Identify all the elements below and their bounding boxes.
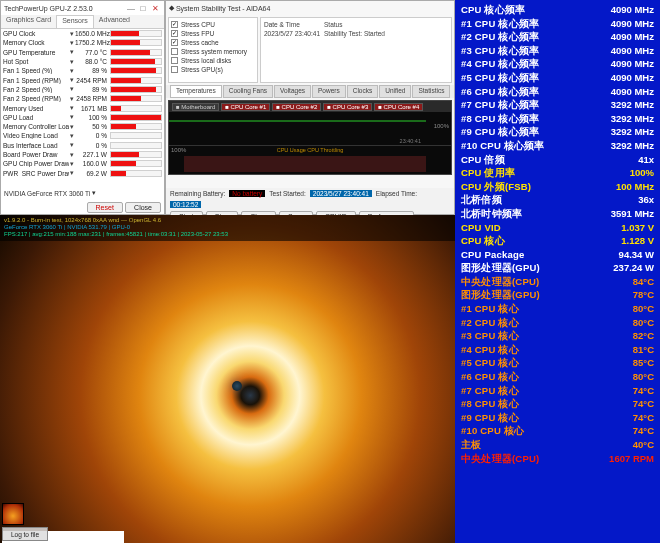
sensor-name: PWR_SRC Power Draw [3,170,69,177]
hw-key: CPU 使用率 [461,166,515,180]
status-value: Stability Test: Started [324,30,385,37]
sensor-value: 1650.0 MHz [75,30,109,37]
sensor-name: Bus Interface Load [3,142,69,149]
hw-value: 3591 MHz [611,207,654,221]
sensor-bar [110,39,162,46]
sensor-row: PWR_SRC Power Draw▾69.2 W [1,168,164,177]
checkbox-icon[interactable] [171,21,178,28]
tab-sensors[interactable]: Sensors [56,15,94,28]
furmark-render: v1.9.2.0 - Burn-in test, 1024x768 0xAA w… [0,215,455,543]
sensor-name: GPU Chip Power Draw [3,160,69,167]
checkbox-icon[interactable] [171,57,178,64]
stress-option[interactable]: Stress local disks [171,56,255,65]
hw-key: 中央处理器(CPU) [461,275,539,289]
stress-option[interactable]: Stress CPU [171,20,255,29]
sensor-value: 88.0 °C [75,58,109,65]
stress-option[interactable]: Stress system memory [171,47,255,56]
aida-titlebar[interactable]: ◆ System Stability Test - AIDA64 [166,1,454,15]
hw-value: 3292 MHz [611,112,654,126]
date-value: 2023/5/27 23:40:41 [264,30,324,37]
gpu-name-select[interactable]: NVIDIA GeForce RTX 3060 Ti ▾ [4,189,161,197]
chart-tab[interactable]: Temperatures [170,85,222,98]
sensor-value: 2454 RPM [75,77,109,84]
checkbox-icon[interactable] [171,48,178,55]
sensor-bar [110,58,162,65]
teststart-value: 2023/5/27 23:40:41 [310,190,372,197]
hw-key: 图形处理器(GPU) [461,288,540,302]
sensor-bar [110,142,162,149]
stress-option[interactable]: Stress cache [171,38,255,47]
furmark-logo-icon [2,503,24,525]
hw-value: 1.128 V [621,234,654,248]
hw-monitor-panel: CPU 核心频率4090 MHz#1 CPU 核心频率4090 MHz#2 CP… [455,0,660,543]
sensor-value: 2458 RPM [75,95,109,102]
tab-advanced[interactable]: Advanced [94,15,135,28]
hw-key: #10 CPU 核心 [461,424,524,438]
minimize-icon[interactable]: — [125,3,137,13]
sensor-value: 227.1 W [75,151,109,158]
sensor-row: Memory Used▾1671 MB [1,103,164,112]
legend-item: ■ CPU Core #1 [221,103,270,111]
hw-row: #2 CPU 核心80°C [461,316,654,330]
hw-key: CPU 核心频率 [461,3,525,17]
hw-value: 74°C [633,411,654,425]
hw-key: #1 CPU 核心 [461,302,519,316]
hw-row: #8 CPU 核心频率3292 MHz [461,112,654,126]
sensor-name: GPU Load [3,114,69,121]
aida-app-icon: ◆ [169,4,174,12]
sensor-value: 0 % [75,132,109,139]
hw-key: 北桥时钟频率 [461,207,522,221]
chart-tab[interactable]: Unified [379,85,411,98]
sensor-bar [110,170,162,177]
hw-key: CPU 外频(FSB) [461,180,531,194]
chart-tab[interactable]: Statistics [412,85,450,98]
chart-tab[interactable]: Voltages [274,85,311,98]
hw-key: #6 CPU 核心频率 [461,85,539,99]
stress-option[interactable]: Stress FPU [171,29,255,38]
gpuz-titlebar[interactable]: TechPowerUp GPU-Z 2.53.0 — □ ✕ [1,1,164,15]
date-label: Date & Time [264,21,324,28]
sensor-row: Board Power Draw▾227.1 W [1,150,164,159]
hw-row: 中央处理器(CPU)84°C [461,275,654,289]
reset-button[interactable]: Reset [87,202,123,213]
sensor-value: 1750.2 MHz [75,39,109,46]
sensor-value: 100 % [75,114,109,121]
hw-key: #8 CPU 核心频率 [461,112,539,126]
sensor-row: Fan 2 Speed (RPM)▾2458 RPM [1,94,164,103]
sensor-row: Hot Spot▾88.0 °C [1,57,164,66]
stress-option[interactable]: Stress GPU(s) [171,65,255,74]
aida-window: ◆ System Stability Test - AIDA64 Stress … [165,0,455,215]
checkbox-icon[interactable] [171,39,178,46]
hw-row: 主板40°C [461,438,654,452]
maximize-icon[interactable]: □ [137,3,149,13]
hw-row: #7 CPU 核心频率3292 MHz [461,98,654,112]
hw-value: 4090 MHz [611,30,654,44]
checkbox-icon[interactable] [171,30,178,37]
furmark-torus-icon [232,381,242,391]
sensor-value: 89 % [75,67,109,74]
sensor-row: GPU Temperature▾77.0 °C [1,48,164,57]
sensor-row: Fan 1 Speed (RPM)▾2454 RPM [1,75,164,84]
sensor-row: Bus Interface Load▾0 % [1,141,164,150]
close-icon[interactable]: ✕ [149,3,161,13]
hw-row: 图形处理器(GPU)78°C [461,288,654,302]
hw-key: #2 CPU 核心频率 [461,30,539,44]
hw-value: 41x [638,153,654,167]
chart-tab[interactable]: Clocks [347,85,379,98]
tab-graphics-card[interactable]: Graphics Card [1,15,56,28]
hw-row: #9 CPU 核心频率3292 MHz [461,125,654,139]
sensor-bar [110,132,162,139]
log-to-file-button[interactable]: Log to file [2,527,48,541]
hw-key: CPU 核心 [461,234,505,248]
hw-key: 中央处理器(CPU) [461,452,539,466]
elapsed-value: 00:12:52 [170,201,201,208]
hw-row: CPU VID1.037 V [461,221,654,235]
hw-row: #7 CPU 核心74°C [461,384,654,398]
chart-tab[interactable]: Powers [312,85,346,98]
chart-tab[interactable]: Cooling Fans [223,85,273,98]
sensor-name: Memory Used [3,105,69,112]
checkbox-icon[interactable] [171,66,178,73]
hw-row: #8 CPU 核心74°C [461,397,654,411]
hw-key: #5 CPU 核心 [461,356,519,370]
close-button[interactable]: Close [125,202,161,213]
